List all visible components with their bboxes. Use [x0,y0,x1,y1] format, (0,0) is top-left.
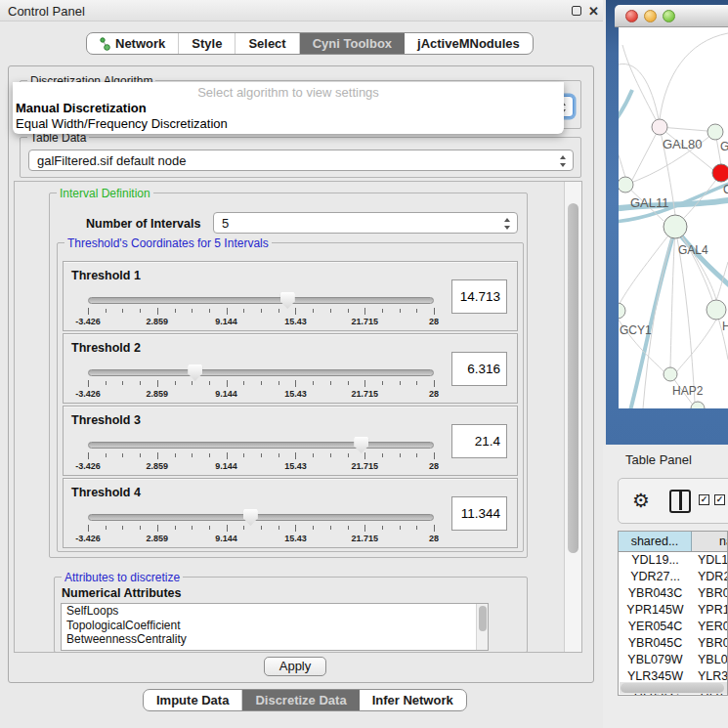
tab-select[interactable]: Select [236,33,299,54]
table-horizontal-scrollbar[interactable] [620,682,727,694]
node-hap2[interactable] [664,367,677,381]
cell-shared-name[interactable]: YBL079W [619,652,692,668]
tab-infer-network[interactable]: Infer Network [360,690,466,710]
tab-style[interactable]: Style [179,33,236,54]
node-gal80[interactable] [652,119,667,135]
num-intervals-combo[interactable]: 5 [213,212,518,234]
tab-discretize-data[interactable]: Discretize Data [242,690,359,710]
cell-shared-name[interactable]: YBR043C [619,585,692,602]
checkbox-icon[interactable]: ✓ [714,494,725,505]
slider-scale-labels: -3.4262.8599.14415.4321.71528 [88,389,435,400]
node-gcy1[interactable] [619,303,625,319]
scale-label: 9.144 [215,317,237,326]
attribute-list-item[interactable]: TopologicalCoefficient [62,619,488,633]
threshold-row-4: Threshold 4-3.4262.8599.14415.4321.71528… [63,478,518,548]
spinner-arrows-icon [503,217,512,231]
scale-label: 21.715 [351,461,378,471]
bottom-tab-strip: Impute DataDiscretize DataInfer Network [143,689,467,711]
dropdown-option-equal-width[interactable]: Equal Width/Frequency Discretization [16,116,228,131]
table-header-name[interactable]: name [692,532,727,551]
table-header-shared[interactable]: shared... [619,532,692,551]
float-window-icon[interactable] [572,6,581,16]
tab-label: Cyni Toolbox [313,36,392,51]
slider-track[interactable] [88,369,434,376]
table-row[interactable]: YER054CYER0 [619,619,727,635]
table-row[interactable]: YBL079WYBL0 [619,652,727,668]
tab-cyni-toolbox[interactable]: Cyni Toolbox [300,33,405,54]
node-partial-top-right[interactable] [707,124,723,140]
scrollbar-thumb[interactable] [621,683,724,693]
minimize-traffic-light-icon[interactable] [644,10,657,22]
table-row[interactable]: YDR27...YDR2 [619,569,727,585]
scrollbar-thumb[interactable] [568,203,578,553]
table-data-combo[interactable]: galFiltered.sif default node [28,150,574,171]
table-row[interactable]: YPR145WYPR1 [619,602,727,619]
node-partial-bottom[interactable] [691,402,705,408]
slider-track[interactable] [88,442,434,449]
node-gal11[interactable] [619,177,633,193]
gear-icon[interactable]: ⚙ [632,489,650,512]
dropdown-option-manual[interactable]: Manual Discretization [16,101,147,115]
network-edge-teal [628,229,675,408]
tab-label: Select [248,36,285,51]
top-tab-strip: NetworkStyleSelectCyni ToolboxjActiveMNo… [86,32,534,55]
tab-network[interactable]: Network [87,33,179,54]
scale-label: 15.43 [284,389,307,399]
numerical-attributes-list[interactable]: SelfLoopsTopologicalCoefficientBetweenne… [61,603,489,651]
scale-label: -3.426 [75,534,101,543]
cell-name[interactable]: YDR2 [692,569,727,585]
cell-shared-name[interactable]: YDR27... [619,569,692,585]
scale-label: 28 [429,461,439,471]
tab-impute-data[interactable]: Impute Data [144,690,242,710]
column-layout-icon[interactable] [669,490,691,513]
node-partial-h[interactable] [707,300,726,320]
zoom-traffic-light-icon[interactable] [663,10,675,22]
table-row[interactable]: YBR043CYBR0 [619,585,727,602]
apply-button[interactable]: Apply [264,657,326,676]
slider-ticks [88,308,435,316]
attribute-list-item[interactable]: BetweennessCentrality [62,632,488,647]
slider-thumb[interactable] [188,364,202,381]
cell-shared-name[interactable]: YBR045C [619,635,692,652]
attribute-list-item[interactable]: SelfLoops [62,604,488,619]
node-label-gcy1: GCY1 [620,323,652,337]
cell-name[interactable]: YBL0 [692,652,727,668]
cell-name[interactable]: YPR1 [692,602,727,619]
checkbox-icon[interactable]: ✓ [699,494,709,505]
node-attribute-table[interactable]: shared... name YDL19...YDL1YDR27...YDR2Y… [618,531,728,696]
node-gal4[interactable] [664,215,687,238]
slider-track[interactable] [88,514,434,521]
slider-track[interactable] [88,297,434,304]
threshold-value-field[interactable]: 21.4 [451,424,507,458]
close-icon[interactable]: ✕ [588,4,599,19]
close-traffic-light-icon[interactable] [625,10,638,22]
node-label-gal80: GAL80 [663,137,702,151]
network-window-titlebar[interactable] [615,5,728,27]
tab-jactivemnodules[interactable]: jActiveMNodules [405,33,533,54]
threshold-value-field[interactable]: 11.344 [451,496,507,531]
cell-shared-name[interactable]: YDL19... [619,552,692,569]
node-red-selected[interactable] [712,164,728,182]
cell-shared-name[interactable]: YPR145W [619,602,692,619]
scale-label: 28 [429,317,439,326]
slider-scale-labels: -3.4262.8599.14415.4321.71528 [88,534,435,544]
cell-name[interactable]: YDL1 [692,552,727,569]
cell-shared-name[interactable]: YER054C [619,619,692,635]
slider-thumb[interactable] [354,437,368,453]
threshold-value-field[interactable]: 14.713 [451,279,507,314]
cell-name[interactable]: YBR0 [692,585,727,602]
attributes-list-scrollbar[interactable] [476,604,488,650]
scale-label: 9.144 [215,389,237,399]
threshold-value-field[interactable]: 6.316 [451,352,507,386]
scale-label: -3.426 [75,461,101,471]
table-row[interactable]: YBR045CYBR0 [619,635,727,652]
cell-name[interactable]: YER0 [692,619,727,635]
scrollbar-thumb[interactable] [479,606,487,631]
network-canvas[interactable]: GAL80 GA C GAL11 GAL4 GCY1 H HAP2 [619,27,728,408]
scale-label: 15.43 [284,534,307,543]
slider-thumb[interactable] [280,292,295,309]
settings-vertical-scrollbar[interactable] [564,182,581,652]
cell-name[interactable]: YBR0 [692,635,727,652]
slider-thumb[interactable] [243,509,258,526]
table-row[interactable]: YDL19...YDL1 [619,552,727,569]
